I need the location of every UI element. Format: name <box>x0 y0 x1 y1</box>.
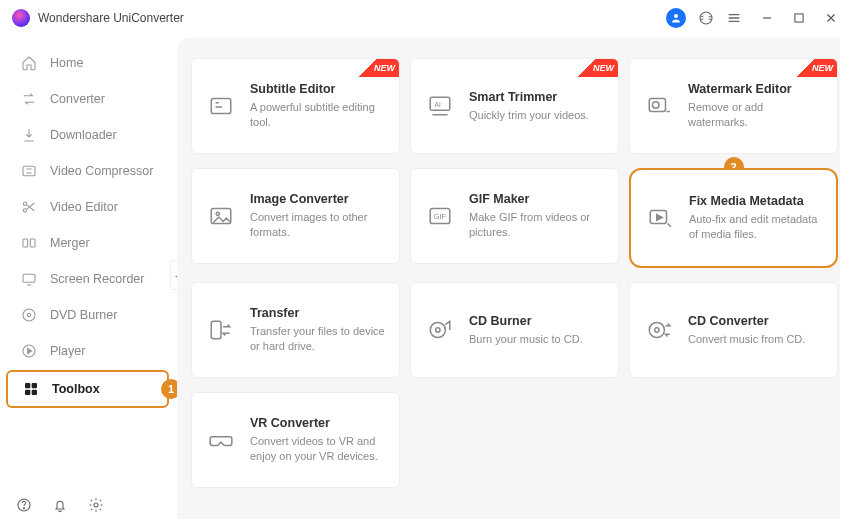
svg-rect-12 <box>25 383 30 388</box>
new-ribbon: NEW <box>576 59 618 77</box>
svg-point-32 <box>649 322 664 337</box>
minimize-button[interactable] <box>760 11 774 25</box>
svg-point-18 <box>94 503 98 507</box>
account-avatar[interactable] <box>666 8 686 28</box>
converter-icon <box>20 90 38 108</box>
svg-point-33 <box>655 328 659 332</box>
svg-rect-2 <box>795 14 803 22</box>
image-icon <box>206 201 236 231</box>
bell-icon[interactable] <box>52 497 68 513</box>
home-icon <box>20 54 38 72</box>
svg-point-0 <box>674 14 678 18</box>
metadata-icon <box>645 203 675 233</box>
sidebar-item-label: Video Compressor <box>50 164 153 178</box>
svg-rect-3 <box>23 166 35 175</box>
sidebar-item-label: DVD Burner <box>50 308 117 322</box>
card-title: Fix Media Metadata <box>689 194 822 208</box>
sidebar-item-converter[interactable]: Converter <box>6 82 169 116</box>
sidebar-item-label: Converter <box>50 92 105 106</box>
sidebar-item-label: Toolbox <box>52 382 100 396</box>
svg-rect-19 <box>211 98 231 113</box>
sidebar-item-merger[interactable]: Merger <box>6 226 169 260</box>
svg-rect-13 <box>32 383 37 388</box>
card-desc: Convert music from CD. <box>688 332 805 347</box>
sidebar-item-label: Home <box>50 56 83 70</box>
card-title: Image Converter <box>250 192 385 206</box>
svg-point-10 <box>27 313 30 316</box>
sidebar-item-label: Merger <box>50 236 90 250</box>
card-desc: Convert images to other formats. <box>250 210 385 240</box>
support-icon[interactable] <box>698 10 714 26</box>
svg-rect-22 <box>649 98 665 111</box>
card-desc: Auto-fix and edit metadata of media file… <box>689 212 822 242</box>
sidebar-item-label: Downloader <box>50 128 117 142</box>
new-ribbon: NEW <box>795 59 837 77</box>
menu-icon[interactable] <box>726 10 742 26</box>
svg-point-23 <box>653 102 660 109</box>
svg-rect-15 <box>32 390 37 395</box>
gear-icon[interactable] <box>88 497 104 513</box>
card-image-converter[interactable]: Image Converter Convert images to other … <box>191 168 400 264</box>
sidebar-item-label: Screen Recorder <box>50 272 145 286</box>
card-cd-converter[interactable]: CD Converter Convert music from CD. <box>629 282 838 378</box>
sidebar-item-home[interactable]: Home <box>6 46 169 80</box>
sidebar-item-dvd-burner[interactable]: DVD Burner <box>6 298 169 332</box>
svg-point-9 <box>23 309 35 321</box>
card-title: CD Converter <box>688 314 805 328</box>
sidebar-item-toolbox[interactable]: Toolbox 1 <box>6 370 169 408</box>
svg-point-17 <box>23 508 24 509</box>
card-gif-maker[interactable]: GIF GIF Maker Make GIF from videos or pi… <box>410 168 619 264</box>
card-title: GIF Maker <box>469 192 604 206</box>
svg-point-31 <box>436 328 440 332</box>
maximize-button[interactable] <box>792 11 806 25</box>
play-icon <box>20 342 38 360</box>
svg-point-30 <box>430 322 445 337</box>
sidebar-item-downloader[interactable]: Downloader <box>6 118 169 152</box>
card-transfer[interactable]: Transfer Transfer your files to device o… <box>191 282 400 378</box>
card-cd-burner[interactable]: CD Burner Burn your music to CD. <box>410 282 619 378</box>
card-desc: Convert videos to VR and enjoy on your V… <box>250 434 385 464</box>
svg-point-25 <box>216 212 219 215</box>
card-title: Watermark Editor <box>688 82 823 96</box>
disc-icon <box>20 306 38 324</box>
sidebar-item-screen-recorder[interactable]: Screen Recorder <box>6 262 169 296</box>
card-subtitle-editor[interactable]: NEW Subtitle Editor A powerful subtitle … <box>191 58 400 154</box>
card-desc: Transfer your files to device or hard dr… <box>250 324 385 354</box>
cd-burn-icon <box>425 315 455 345</box>
cd-convert-icon <box>644 315 674 345</box>
card-vr-converter[interactable]: VR Converter Convert videos to VR and en… <box>191 392 400 488</box>
svg-text:AI: AI <box>435 101 441 108</box>
compressor-icon <box>20 162 38 180</box>
toolbox-panel: NEW Subtitle Editor A powerful subtitle … <box>177 38 840 519</box>
sidebar-item-compressor[interactable]: Video Compressor <box>6 154 169 188</box>
sidebar: Home Converter Downloader Video Compress… <box>0 36 175 529</box>
card-desc: Quickly trim your videos. <box>469 108 589 123</box>
app-title: Wondershare UniConverter <box>38 11 184 25</box>
svg-rect-14 <box>25 390 30 395</box>
card-title: Subtitle Editor <box>250 82 385 96</box>
sidebar-item-label: Player <box>50 344 85 358</box>
svg-text:GIF: GIF <box>434 212 447 221</box>
subtitle-icon <box>206 91 236 121</box>
card-fix-media-metadata[interactable]: Fix Media Metadata Auto-fix and edit met… <box>629 168 838 268</box>
help-icon[interactable] <box>16 497 32 513</box>
gif-icon: GIF <box>425 201 455 231</box>
recorder-icon <box>20 270 38 288</box>
card-watermark-editor[interactable]: NEW Watermark Editor Remove or add water… <box>629 58 838 154</box>
card-smart-trimmer[interactable]: NEW AI Smart Trimmer Quickly trim your v… <box>410 58 619 154</box>
sidebar-item-label: Video Editor <box>50 200 118 214</box>
close-button[interactable] <box>824 11 838 25</box>
vr-icon <box>206 425 236 455</box>
card-desc: Remove or add watermarks. <box>688 100 823 130</box>
svg-rect-29 <box>211 321 221 338</box>
sidebar-item-player[interactable]: Player <box>6 334 169 368</box>
merger-icon <box>20 234 38 252</box>
sidebar-item-video-editor[interactable]: Video Editor <box>6 190 169 224</box>
transfer-icon <box>206 315 236 345</box>
svg-rect-7 <box>30 239 35 247</box>
card-title: Smart Trimmer <box>469 90 589 104</box>
toolbox-icon <box>22 380 40 398</box>
trimmer-icon: AI <box>425 91 455 121</box>
card-desc: A powerful subtitle editing tool. <box>250 100 385 130</box>
card-title: Transfer <box>250 306 385 320</box>
